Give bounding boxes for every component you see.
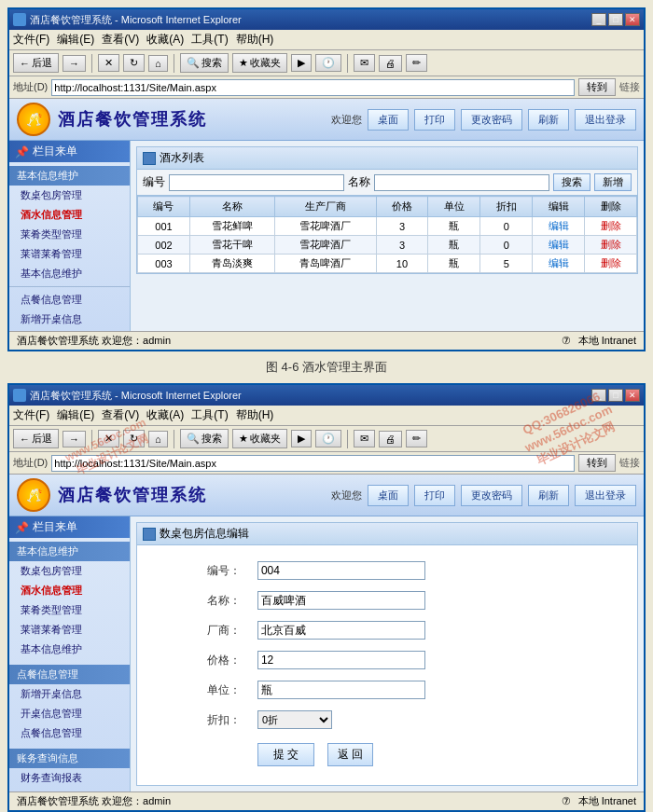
history-button2[interactable]: 🕐 (315, 430, 341, 447)
menu2-view[interactable]: 查看(V) (102, 407, 139, 423)
menu-tools[interactable]: 工具(T) (191, 32, 228, 48)
close-btn2[interactable]: ✕ (625, 389, 640, 402)
go-button2[interactable]: 转到 (578, 454, 616, 472)
go-button1[interactable]: 转到 (578, 78, 616, 96)
sidebar2-tables[interactable]: 数桌包房管理 (9, 561, 130, 581)
menu-view[interactable]: 查看(V) (102, 32, 139, 48)
menu2-edit[interactable]: 编辑(E) (57, 407, 94, 423)
search-button2[interactable]: 🔍 搜索 (180, 429, 229, 448)
refresh-btn2[interactable]: 刷新 (528, 485, 569, 506)
edit-link[interactable]: 编辑 (549, 220, 569, 231)
address-input1[interactable] (51, 79, 575, 96)
form-select-5[interactable]: 0折1折2折3折4折5折6折7折8折9折 (257, 710, 332, 729)
add-button1[interactable]: 新增 (594, 173, 632, 191)
refresh-btn1[interactable]: 刷新 (528, 109, 569, 131)
sidebar2-basic[interactable]: 基本信息维护 (9, 640, 130, 659)
address-input2[interactable] (51, 455, 575, 472)
refresh-button[interactable]: ↻ (123, 54, 145, 72)
delete-link[interactable]: 删除 (601, 257, 621, 268)
sidebar-item-drinks1[interactable]: 酒水信息管理 (9, 205, 130, 225)
form-input-4[interactable] (257, 681, 425, 699)
cell-edit[interactable]: 编辑 (533, 217, 585, 236)
print-button2[interactable]: 🖨 (379, 431, 402, 447)
forward-button[interactable]: → (63, 55, 86, 72)
stop-button[interactable]: ✕ (98, 54, 119, 72)
back-button-form[interactable]: 返 回 (327, 743, 373, 766)
delete-link[interactable]: 删除 (601, 239, 621, 250)
back-button[interactable]: ← 后退 (13, 53, 59, 73)
maximize-btn[interactable]: □ (608, 13, 623, 26)
favorites-button2[interactable]: ★ 收藏夹 (232, 429, 287, 448)
forward-button2[interactable]: → (63, 431, 86, 447)
search-name-input[interactable] (374, 174, 549, 191)
menu2-help[interactable]: 帮助(H) (236, 407, 274, 423)
sidebar-item-order1[interactable]: 点餐信息管理 (9, 290, 130, 310)
print-btn1[interactable]: 打印 (414, 109, 455, 131)
logout-btn2[interactable]: 退出登录 (575, 485, 636, 506)
logout-btn1[interactable]: 退出登录 (575, 109, 636, 131)
sidebar2-menu[interactable]: 莱谱莱肴管理 (9, 620, 130, 640)
form-input-1[interactable] (257, 591, 425, 610)
mail-button[interactable]: ✉ (354, 54, 375, 72)
form-actions: 提 交 返 回 (250, 736, 626, 774)
sidebar-item-tables1[interactable]: 数桌包房管理 (9, 186, 130, 205)
mail-button2[interactable]: ✉ (354, 430, 375, 447)
history-button[interactable]: 🕐 (315, 54, 341, 72)
minimize-btn[interactable]: _ (591, 13, 606, 26)
edit-link[interactable]: 编辑 (549, 239, 569, 250)
form-label-3: 价格： (148, 646, 248, 674)
menu-favorites[interactable]: 收藏(A) (146, 32, 184, 48)
welcome-text2: 欢迎您 (331, 489, 362, 502)
back-button2[interactable]: ← 后退 (13, 429, 59, 448)
cell-delete[interactable]: 删除 (585, 236, 637, 255)
sidebar2-dishtype[interactable]: 莱肴类型管理 (9, 600, 130, 620)
menu2-tools[interactable]: 工具(T) (191, 407, 228, 423)
sidebar-item-menu1[interactable]: 莱谱莱肴管理 (9, 244, 130, 264)
cell-delete[interactable]: 删除 (585, 255, 637, 273)
desktop-btn1[interactable]: 桌面 (368, 109, 409, 131)
menu2-file[interactable]: 文件(F) (13, 407, 49, 423)
sidebar-item-basic2-1[interactable]: 基本信息维护 (9, 264, 130, 283)
submit-button[interactable]: 提 交 (257, 743, 314, 766)
maximize-btn2[interactable]: □ (608, 389, 623, 402)
sidebar2-tableinfo[interactable]: 开桌信息管理 (9, 704, 130, 723)
form-input-0[interactable] (257, 561, 425, 580)
delete-link[interactable]: 删除 (601, 220, 621, 231)
close-btn[interactable]: ✕ (625, 13, 640, 26)
edit-button[interactable]: ✏ (406, 54, 427, 72)
search-button1[interactable]: 搜索 (553, 173, 590, 191)
media-button2[interactable]: ▶ (291, 430, 312, 447)
home-button[interactable]: ⌂ (148, 55, 168, 72)
sidebar2-finance[interactable]: 财务查询报表 (9, 768, 130, 788)
print-btn2[interactable]: 打印 (414, 485, 455, 506)
minimize-btn2[interactable]: _ (591, 389, 606, 402)
changepwd-btn2[interactable]: 更改密码 (461, 485, 522, 506)
search-button[interactable]: 🔍 搜索 (180, 53, 229, 73)
menu-help[interactable]: 帮助(H) (236, 32, 274, 48)
sidebar-item-dishtype1[interactable]: 莱肴类型管理 (9, 225, 130, 244)
menu-edit[interactable]: 编辑(E) (57, 32, 94, 48)
favorites-button[interactable]: ★ 收藏夹 (232, 53, 287, 73)
stop-button2[interactable]: ✕ (98, 430, 119, 447)
refresh-button2[interactable]: ↻ (123, 430, 145, 447)
sidebar-item-addtable1[interactable]: 新增开桌信息 (9, 310, 130, 329)
cell-edit[interactable]: 编辑 (533, 255, 585, 273)
menu2-favorites[interactable]: 收藏(A) (146, 407, 184, 423)
sidebar2-orderinfo[interactable]: 点餐信息管理 (9, 723, 130, 743)
home-button2[interactable]: ⌂ (148, 431, 168, 447)
sidebar2-addtable[interactable]: 新增开桌信息 (9, 684, 130, 704)
search-num-input[interactable] (169, 174, 344, 191)
form-input-3[interactable] (257, 651, 425, 669)
cell-delete[interactable]: 删除 (585, 217, 637, 236)
edit-link[interactable]: 编辑 (549, 257, 569, 268)
menu-file[interactable]: 文件(F) (13, 32, 49, 48)
cell-edit[interactable]: 编辑 (533, 236, 585, 255)
media-button[interactable]: ▶ (291, 54, 312, 72)
form-input-2[interactable] (257, 621, 425, 640)
print-button[interactable]: 🖨 (379, 55, 402, 72)
desktop-btn2[interactable]: 桌面 (368, 485, 409, 506)
changepwd-btn1[interactable]: 更改密码 (461, 109, 522, 131)
col-edit: 编辑 (533, 197, 585, 217)
sidebar2-drinks[interactable]: 酒水信息管理 (9, 581, 130, 600)
edit-button2[interactable]: ✏ (406, 430, 427, 447)
